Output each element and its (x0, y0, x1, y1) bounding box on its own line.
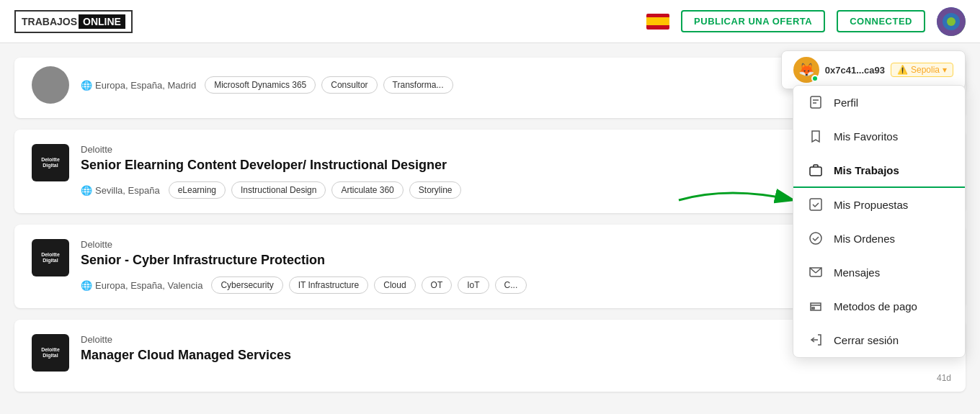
ordenes-icon (808, 230, 824, 246)
svg-line-9 (810, 268, 816, 273)
wallet-network-name: Sepolia (911, 65, 940, 75)
user-dropdown-menu: Perfil Mis Favoritos Mis Trabajos Mis Pr… (793, 85, 966, 358)
job-3-logo-text: DeloitteDigital (41, 347, 60, 359)
globe-icon-2: 🌐 (81, 280, 92, 291)
svg-point-8 (810, 233, 821, 244)
tag-cloud[interactable]: Cloud (374, 276, 415, 294)
partial-company-logo (32, 66, 69, 104)
chevron-down-icon: ▾ (943, 65, 947, 75)
dropdown-item-favoritos[interactable]: Mis Favoritos (793, 120, 965, 153)
tag-consultor[interactable]: Consultor (321, 76, 377, 94)
partial-location: 🌐 Europa, España, Madrid (81, 80, 196, 91)
cerrar-label: Cerrar sesión (834, 334, 899, 346)
svg-rect-7 (810, 199, 821, 210)
logo[interactable]: TRABAJOS ONLINE (14, 10, 133, 33)
job-1-location: 🌐 Sevilla, España (81, 185, 160, 196)
wallet-online-dot (811, 75, 819, 82)
dropdown-item-pagos[interactable]: Metodos de pago (793, 289, 965, 323)
partial-tags-row: Microsoft Dynamics 365 Consultor Transfo… (205, 76, 453, 94)
ordenes-label: Mis Ordenes (834, 233, 895, 245)
tag-it-infra[interactable]: IT Infrastructure (289, 276, 368, 294)
job-2-location: 🌐 Europa, España, Valencia (81, 280, 202, 291)
logo-online-text: ONLINE (79, 14, 125, 29)
svg-rect-11 (812, 307, 814, 309)
publicar-button[interactable]: PUBLICAR UNA OFERTA (681, 10, 825, 32)
globe-icon: 🌐 (81, 80, 92, 91)
connected-button[interactable]: CONNECTED (837, 10, 925, 32)
tag-transforma[interactable]: Transforma... (383, 76, 453, 94)
trabajos-icon (808, 162, 824, 178)
tag-ot[interactable]: OT (422, 276, 453, 294)
job-3-time: 41d (937, 373, 951, 383)
favoritos-label: Mis Favoritos (834, 130, 898, 143)
wallet-avatar: 🦊 (793, 57, 819, 83)
tag-cybersecurity[interactable]: Cybersecurity (211, 276, 282, 294)
dropdown-item-ordenes[interactable]: Mis Ordenes (793, 222, 965, 256)
spain-flag-icon[interactable] (646, 14, 669, 30)
dropdown-item-propuestas[interactable]: Mis Propuestas (793, 188, 965, 222)
svg-rect-6 (810, 167, 821, 176)
logo-trabajos-text: TRABAJOS (22, 16, 77, 27)
dropdown-item-trabajos[interactable]: Mis Trabajos (793, 153, 965, 188)
job-2-company-logo: DeloitteDigital (32, 239, 69, 276)
job-2-logo-text: DeloitteDigital (41, 252, 60, 264)
globe-icon-1: 🌐 (81, 185, 92, 196)
wallet-network[interactable]: ⚠️ Sepolia ▾ (891, 63, 953, 77)
favoritos-icon (808, 128, 824, 144)
job-1-company-logo: DeloitteDigital (32, 144, 69, 181)
mensajes-icon (808, 264, 824, 280)
svg-line-10 (816, 268, 821, 273)
wallet-badge[interactable]: 🦊 0x7c41...ca93 ⚠️ Sepolia ▾ (781, 50, 966, 89)
tag-c-more[interactable]: C... (495, 276, 527, 294)
tag-storyline[interactable]: Storyline (409, 181, 462, 199)
cerrar-icon (808, 332, 824, 348)
tag-elearning[interactable]: eLearning (169, 181, 226, 199)
tag-instructional-design[interactable]: Instructional Design (231, 181, 326, 199)
tag-iot[interactable]: IoT (458, 276, 489, 294)
job-1-logo-text: DeloitteDigital (41, 157, 60, 169)
job-3-company-logo: DeloitteDigital (32, 334, 69, 372)
perfil-icon (808, 94, 824, 110)
dropdown-item-perfil[interactable]: Perfil (793, 86, 965, 120)
job-2-location-text: Europa, España, Valencia (95, 280, 202, 291)
svg-rect-3 (811, 96, 821, 108)
perfil-label: Perfil (834, 96, 858, 109)
job-1-location-text: Sevilla, España (95, 185, 160, 196)
partial-card-meta: 🌐 Europa, España, Madrid Microsoft Dynam… (81, 76, 453, 94)
partial-location-text: Europa, España, Madrid (95, 80, 196, 91)
trabajos-label: Mis Trabajos (834, 164, 899, 176)
dropdown-item-cerrar[interactable]: Cerrar sesión (793, 323, 965, 357)
user-avatar[interactable] (937, 7, 966, 36)
pagos-icon (808, 298, 824, 314)
pagos-label: Metodos de pago (834, 300, 917, 312)
wallet-address: 0x7c41...ca93 (825, 65, 885, 76)
tag-ms365[interactable]: Microsoft Dynamics 365 (205, 76, 316, 94)
warning-icon: ⚠️ (897, 65, 908, 75)
propuestas-icon (808, 197, 824, 212)
header: TRABAJOS ONLINE PUBLICAR UNA OFERTA CONN… (0, 0, 980, 43)
tag-articulate360[interactable]: Articulate 360 (331, 181, 403, 199)
mensajes-label: Mensajes (834, 266, 880, 279)
dropdown-item-mensajes[interactable]: Mensajes (793, 256, 965, 289)
propuestas-label: Mis Propuestas (834, 199, 908, 211)
svg-point-2 (947, 17, 956, 26)
header-actions: PUBLICAR UNA OFERTA CONNECTED (646, 7, 966, 36)
